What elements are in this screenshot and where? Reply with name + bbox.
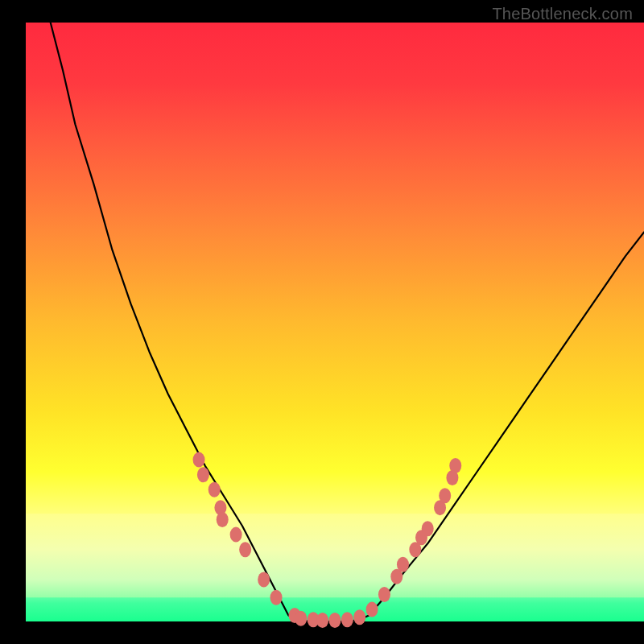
marker-point xyxy=(239,542,251,557)
marker-point xyxy=(316,613,328,628)
watermark-label: TheBottleneck.com xyxy=(492,5,633,23)
marker-point xyxy=(378,587,390,602)
marker-point xyxy=(217,512,229,527)
marker-point xyxy=(329,613,341,628)
marker-point xyxy=(397,557,409,572)
marker-point xyxy=(422,521,434,536)
marker-point xyxy=(439,488,451,503)
marker-point xyxy=(197,467,209,482)
marker-point xyxy=(193,452,205,468)
pale-band xyxy=(26,514,644,597)
marker-point xyxy=(366,602,378,617)
marker-point xyxy=(295,611,307,626)
chart-svg xyxy=(0,0,644,644)
marker-point xyxy=(353,609,365,625)
marker-point xyxy=(270,590,283,605)
marker-point xyxy=(258,572,270,587)
marker-point xyxy=(208,482,221,497)
marker-point xyxy=(230,527,242,543)
marker-point xyxy=(449,458,461,473)
chart-stage: TheBottleneck.com xyxy=(0,0,644,644)
marker-point xyxy=(341,612,353,627)
